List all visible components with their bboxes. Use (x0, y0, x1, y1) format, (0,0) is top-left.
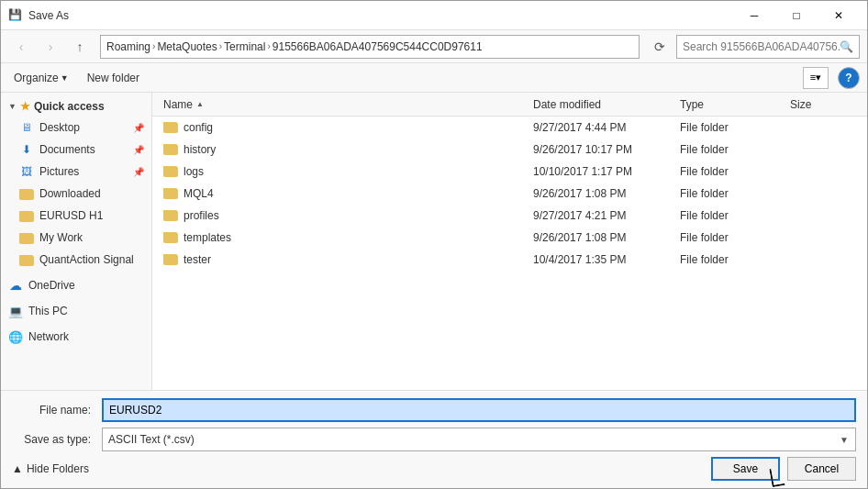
quantaction-folder-icon (19, 252, 34, 267)
table-row[interactable]: logs 10/10/2017 1:17 PM File folder (152, 161, 867, 183)
navigation-toolbar: ‹ › ↑ Roaming › MetaQuotes › Terminal › … (1, 30, 867, 63)
breadcrumb-arrow-3: › (267, 41, 270, 51)
window-icon: 💾 (8, 8, 23, 23)
file-name: config (184, 121, 213, 134)
title-bar: 💾 Save As ─ □ ✕ (1, 1, 867, 30)
onedrive-section: ☁ OneDrive (1, 274, 151, 296)
organize-button[interactable]: Organize ▼ (8, 67, 74, 89)
cancel-button[interactable]: Cancel (787, 457, 856, 481)
file-name: templates (184, 231, 231, 244)
network-section: 🌐 Network (1, 326, 151, 348)
file-type-cell: File folder (676, 187, 786, 200)
main-content: ▼ ★ Quick access 🖥 Desktop 📌 ⬇ Documents… (1, 93, 867, 390)
file-name: tester (184, 253, 211, 266)
file-type-cell: File folder (676, 165, 786, 178)
col-header-type[interactable]: Type (676, 98, 786, 111)
desktop-icon: 🖥 (19, 120, 34, 135)
table-row[interactable]: templates 9/26/2017 1:08 PM File folder (152, 227, 867, 249)
file-type-cell: File folder (676, 209, 786, 222)
onedrive-icon: ☁ (8, 278, 23, 293)
table-row[interactable]: history 9/26/2017 10:17 PM File folder (152, 139, 867, 161)
pin-documents-icon: 📌 (133, 145, 144, 155)
sidebar-documents-label: Documents (39, 143, 128, 156)
folder-icon (163, 188, 178, 199)
hide-folders-chevron-icon: ▲ (12, 462, 23, 475)
col-header-date[interactable]: Date modified (529, 98, 676, 111)
close-button[interactable]: ✕ (818, 1, 860, 30)
table-row[interactable]: config 9/27/2017 4:44 PM File folder (152, 117, 867, 139)
quick-access-header[interactable]: ▼ ★ Quick access (1, 96, 151, 117)
pictures-icon: 🖼 (19, 164, 34, 179)
sort-arrow-icon: ▲ (196, 100, 204, 108)
breadcrumb-terminal[interactable]: Terminal (224, 40, 265, 53)
folder-icon (163, 166, 178, 177)
sidebar-item-desktop[interactable]: 🖥 Desktop 📌 (1, 117, 151, 139)
quick-access-star-icon: ★ (20, 100, 30, 113)
forward-button[interactable]: › (38, 34, 63, 60)
sidebar-item-onedrive[interactable]: ☁ OneDrive (1, 274, 151, 296)
sidebar-item-pictures[interactable]: 🖼 Pictures 📌 (1, 161, 151, 183)
maximize-button[interactable]: □ (775, 1, 818, 30)
window-title: Save As (28, 9, 733, 22)
sidebar-item-eurusd[interactable]: EURUSD H1 (1, 205, 151, 227)
refresh-button[interactable]: ⟳ (647, 34, 673, 60)
sidebar-item-downloaded[interactable]: Downloaded (1, 183, 151, 205)
quick-access-section: ▼ ★ Quick access 🖥 Desktop 📌 ⬇ Documents… (1, 96, 151, 271)
file-name-cell: logs (160, 165, 529, 178)
savetype-row: Save as type: ASCII Text (*.csv)CSV (*.c… (12, 428, 856, 451)
filename-input[interactable] (102, 398, 856, 422)
sidebar-item-mywork[interactable]: My Work (1, 227, 151, 249)
help-icon: ? (845, 72, 851, 84)
organize-chevron-icon: ▼ (61, 73, 69, 83)
filename-label: File name: (12, 404, 95, 417)
search-input[interactable] (683, 40, 840, 53)
file-name-cell: templates (160, 231, 529, 244)
sidebar-thispc-label: This PC (28, 305, 144, 317)
minimize-button[interactable]: ─ (733, 1, 775, 30)
breadcrumb-metaquotes[interactable]: MetaQuotes (157, 40, 217, 53)
quick-access-label: Quick access (34, 100, 105, 113)
up-button[interactable]: ↑ (67, 34, 93, 60)
sidebar-item-thispc[interactable]: 💻 This PC (1, 300, 151, 322)
sidebar-network-label: Network (28, 330, 144, 343)
file-name: logs (184, 165, 204, 178)
file-name-cell: history (160, 143, 529, 156)
breadcrumb-roaming[interactable]: Roaming (106, 40, 150, 53)
breadcrumb-parts: Roaming › MetaQuotes › Terminal › 915566… (106, 40, 633, 53)
file-list: config 9/27/2017 4:44 PM File folder his… (152, 117, 867, 390)
savetype-select[interactable]: ASCII Text (*.csv)CSV (*.csv)Text (*.txt… (102, 428, 856, 451)
table-row[interactable]: tester 10/4/2017 1:35 PM File folder (152, 249, 867, 271)
sidebar-item-network[interactable]: 🌐 Network (1, 326, 151, 348)
savetype-label: Save as type: (12, 433, 95, 446)
view-icon: ≡▾ (810, 72, 821, 83)
file-date-cell: 10/10/2017 1:17 PM (529, 165, 676, 178)
form-buttons: ▲ Hide Folders Save Cancel (12, 457, 856, 481)
organize-label: Organize (14, 72, 59, 84)
file-type-cell: File folder (676, 143, 786, 156)
sidebar-item-documents[interactable]: ⬇ Documents 📌 (1, 139, 151, 161)
sidebar-onedrive-label: OneDrive (28, 279, 144, 292)
search-icon: 🔍 (840, 40, 853, 53)
breadcrumb[interactable]: Roaming › MetaQuotes › Terminal › 915566… (100, 35, 640, 59)
folder-icon (163, 122, 178, 133)
col-type-label: Type (680, 98, 704, 111)
file-date-cell: 9/27/2017 4:21 PM (529, 209, 676, 222)
table-row[interactable]: MQL4 9/26/2017 1:08 PM File folder (152, 183, 867, 205)
view-button[interactable]: ≡▾ (803, 67, 829, 89)
col-name-label: Name (163, 98, 193, 111)
hide-folders-button[interactable]: ▲ Hide Folders (12, 462, 89, 475)
folder-icon (163, 210, 178, 221)
col-header-size[interactable]: Size (786, 98, 860, 111)
new-folder-button[interactable]: New folder (82, 67, 145, 89)
back-button[interactable]: ‹ (8, 34, 34, 60)
hide-folders-label: Hide Folders (27, 462, 89, 475)
file-date-cell: 10/4/2017 1:35 PM (529, 253, 676, 266)
col-header-name[interactable]: Name ▲ (160, 98, 529, 111)
save-button[interactable]: Save (711, 457, 780, 481)
quick-access-chevron-icon: ▼ (8, 102, 17, 111)
sidebar-item-quantaction[interactable]: QuantAction Signal (1, 249, 151, 271)
sidebar-downloaded-label: Downloaded (39, 187, 144, 200)
window-controls: ─ □ ✕ (733, 1, 860, 30)
help-button[interactable]: ? (838, 67, 860, 89)
table-row[interactable]: profiles 9/27/2017 4:21 PM File folder (152, 205, 867, 227)
